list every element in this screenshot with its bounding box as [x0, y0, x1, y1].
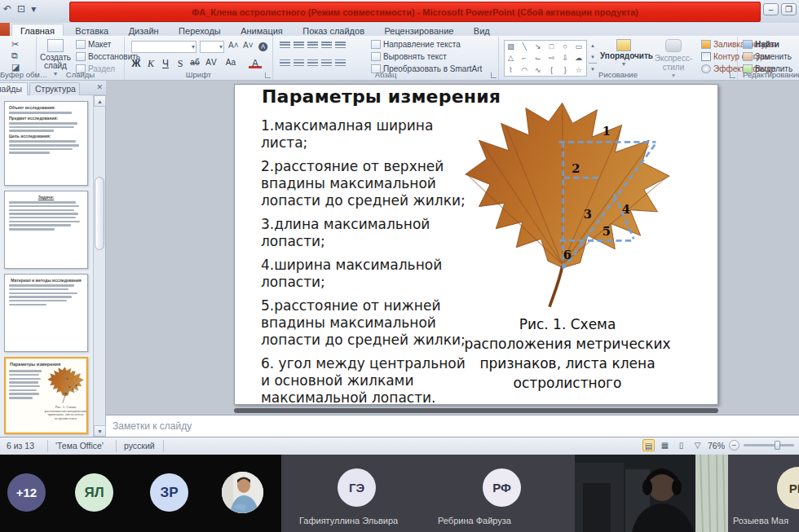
- zoom-level[interactable]: 76%: [708, 441, 725, 451]
- zoom-slider-thumb[interactable]: [775, 441, 780, 450]
- shape-picture-icon[interactable]: ▧: [505, 41, 517, 52]
- shape-fill-icon: [701, 40, 711, 49]
- close-pane-icon[interactable]: ✕: [96, 83, 103, 91]
- participant-initials: ГЭ: [338, 468, 376, 507]
- zoom-out-button[interactable]: −: [729, 440, 739, 451]
- underline-button[interactable]: Ч: [159, 58, 172, 69]
- line-spacing-icon[interactable]: [335, 42, 346, 50]
- slides-pane-scrollbar[interactable]: ▲ ▼: [93, 95, 105, 437]
- shape-triangle-icon[interactable]: △: [505, 52, 517, 64]
- scrollbar-thumb[interactable]: [95, 177, 104, 250]
- participant-overflow-badge[interactable]: +12: [7, 473, 46, 512]
- slide-thumbnail-5[interactable]: Материал и методы исследования: [4, 274, 88, 352]
- participant-tile[interactable]: РМ Розыева Мая: [728, 455, 799, 532]
- paragraph-dialog-launcher[interactable]: [491, 73, 497, 78]
- slide-thumbnail-4[interactable]: Задачи:: [4, 191, 88, 269]
- slide-body-item[interactable]: 4.ширина максимальной лопасти;: [261, 257, 466, 291]
- copy-icon[interactable]: ⧉: [11, 51, 18, 61]
- participant-tile[interactable]: ГЭ Гафиятуллина Эльвира: [281, 455, 400, 532]
- strikethrough-button[interactable]: аб: [188, 58, 201, 67]
- align-text-button[interactable]: Выровнять текст: [371, 52, 447, 61]
- cut-icon[interactable]: ✂: [11, 39, 19, 50]
- scroll-down-icon[interactable]: ▼: [94, 425, 106, 437]
- tab-slides-thumbnails[interactable]: Слайды: [0, 82, 28, 95]
- align-center-icon[interactable]: [294, 59, 304, 68]
- restore-button[interactable]: ❐: [781, 3, 797, 15]
- normal-view-icon[interactable]: ▤: [642, 439, 655, 451]
- slide-body-item[interactable]: 5.расстояние от нижней впадины максималь…: [261, 297, 466, 349]
- shape-line-icon[interactable]: ╲: [519, 41, 531, 52]
- font-name-input[interactable]: ▾: [131, 41, 196, 53]
- shape-elbow2-icon[interactable]: ⌙: [532, 52, 544, 64]
- slide-thumbnail-6-current[interactable]: Параметры измерения Рис. 1. Схема распол…: [4, 357, 88, 434]
- slide-body-item[interactable]: 1.максималная ширина листа;: [261, 117, 466, 152]
- align-left-icon[interactable]: [280, 59, 290, 68]
- bold-button[interactable]: Ж: [130, 58, 143, 69]
- justify-icon[interactable]: [321, 59, 332, 68]
- character-spacing-button[interactable]: АV: [205, 58, 218, 67]
- shape-arrow-right-icon[interactable]: ⇨: [545, 52, 558, 64]
- tab-home[interactable]: Главная: [11, 24, 64, 37]
- arrange-button[interactable]: Упорядочить ▾: [600, 39, 647, 68]
- shrink-font-icon[interactable]: А˅: [243, 41, 254, 50]
- bullets-icon[interactable]: [280, 42, 290, 50]
- find-button[interactable]: Найти: [743, 40, 779, 49]
- shape-arrow-icon[interactable]: ↘: [532, 41, 544, 52]
- reading-view-icon[interactable]: ▯: [675, 439, 687, 451]
- minimize-button[interactable]: –: [763, 3, 779, 15]
- replace-button[interactable]: Заменить: [743, 52, 792, 61]
- participant-tile[interactable]: РФ Ребрина Файруза: [400, 455, 575, 532]
- figure-caption[interactable]: Рис. 1. Схема расположения метрических п…: [445, 314, 690, 393]
- zoom-slider[interactable]: [744, 444, 794, 446]
- drawing-dialog-launcher[interactable]: [730, 73, 735, 78]
- shapes-up-icon[interactable]: ▲: [589, 40, 597, 51]
- notes-pane[interactable]: Заметки к слайду: [106, 415, 799, 437]
- group-clipboard: ✂ ⧉ ◪ Буфер обм…: [0, 37, 37, 80]
- slide-body-item[interactable]: 6. угол между центральной и основной жил…: [261, 355, 466, 407]
- slide-canvas[interactable]: Параметры измерения 1.максималная ширина…: [234, 84, 718, 405]
- slide-thumbnail-3[interactable]: Объект исследования: Предмет исследовани…: [4, 101, 88, 186]
- language-indicator[interactable]: русский: [124, 441, 155, 451]
- qat-dropdown-icon[interactable]: ▾: [31, 3, 36, 15]
- shape-rounded-rect-icon[interactable]: ▭: [572, 41, 585, 52]
- participant-avatar[interactable]: ЯЛ: [75, 473, 113, 512]
- change-case-button[interactable]: Аа: [224, 58, 237, 67]
- increase-indent-icon[interactable]: [321, 42, 332, 50]
- text-direction-button[interactable]: Направление текста: [371, 40, 461, 49]
- grow-font-icon[interactable]: А˄: [228, 41, 239, 50]
- shape-rectangle-icon[interactable]: □: [545, 41, 558, 52]
- columns-icon[interactable]: [335, 59, 346, 68]
- numbering-icon[interactable]: [294, 42, 304, 50]
- font-size-input[interactable]: ▾: [200, 41, 224, 53]
- window-icon[interactable]: ⊡: [17, 3, 25, 15]
- decrease-indent-icon[interactable]: [307, 42, 318, 50]
- shapes-down-icon[interactable]: ▼: [589, 51, 597, 63]
- clear-formatting-icon[interactable]: 🅐: [258, 41, 267, 51]
- slide-sorter-icon[interactable]: ▦: [659, 439, 671, 451]
- slideshow-icon[interactable]: ▽: [691, 439, 704, 451]
- shadow-button[interactable]: S: [174, 58, 187, 70]
- font-dialog-launcher[interactable]: [265, 73, 271, 78]
- shape-elbow1-icon[interactable]: ⌐: [519, 52, 531, 64]
- shape-cloud-icon[interactable]: ☁: [572, 52, 585, 64]
- file-tab-fragment[interactable]: [0, 23, 10, 36]
- font-color-button[interactable]: А: [249, 58, 262, 68]
- shape-ellipse-icon[interactable]: ○: [559, 41, 572, 52]
- new-slide-icon: [47, 39, 64, 52]
- layout-button[interactable]: Макет: [76, 40, 111, 49]
- slide-body-textbox[interactable]: 1.максималная ширина листа; 2.расстояние…: [261, 117, 466, 413]
- shape-arrow-down-icon[interactable]: ⇩: [559, 52, 572, 64]
- scroll-up-icon[interactable]: ▲: [94, 95, 106, 107]
- leaf-figure[interactable]: 1 2 3 4 5 6: [457, 96, 682, 313]
- italic-button[interactable]: К: [144, 58, 157, 70]
- horizontal-scrollbar[interactable]: [234, 408, 718, 413]
- participant-video-tile[interactable]: [575, 455, 728, 532]
- tab-outline[interactable]: Структура: [29, 82, 80, 95]
- undo-icon[interactable]: ↶: [3, 3, 11, 15]
- slide-body-item[interactable]: 3.длина максимальной лопасти;: [261, 216, 466, 250]
- align-right-icon[interactable]: [307, 59, 318, 68]
- participant-avatar[interactable]: ЗР: [150, 473, 188, 512]
- slide-body-item[interactable]: 2.расстояние от верхней впадины максимал…: [261, 158, 466, 209]
- participant-photo-avatar[interactable]: [222, 472, 263, 513]
- theme-name[interactable]: 'Тема Office': [55, 441, 104, 451]
